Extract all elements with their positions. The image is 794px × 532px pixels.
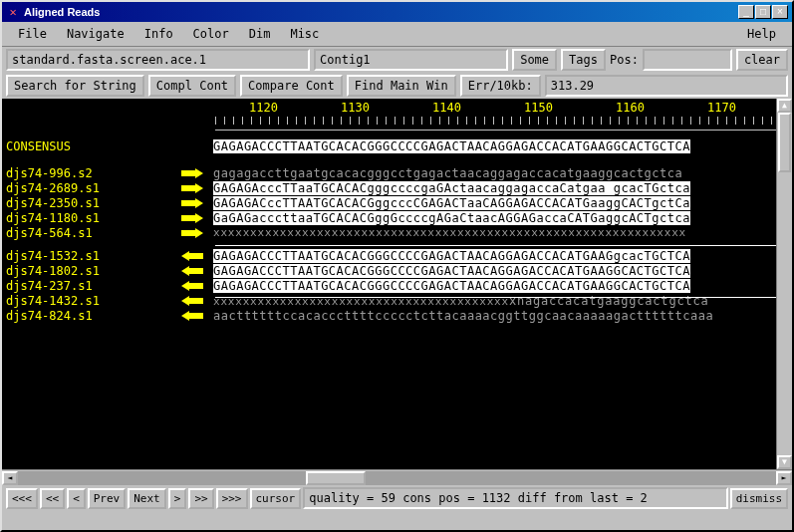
- read-name[interactable]: djs74-824.s1: [2, 309, 181, 323]
- nav-next-button[interactable]: Next: [128, 488, 166, 509]
- svg-marker-0: [181, 168, 203, 178]
- svg-marker-8: [181, 296, 203, 306]
- consensus-seq[interactable]: GAGAGACCCTTAATGCACACGGGCCCCGAGACTAACAGGA…: [213, 139, 690, 153]
- tags-toggle[interactable]: Tags: [561, 49, 606, 71]
- read-name[interactable]: djs74-1802.s1: [2, 264, 181, 278]
- read-name[interactable]: djs74-237.s1: [2, 279, 181, 293]
- window-controls: _ □ ×: [738, 5, 788, 19]
- read-seq[interactable]: GaGAGacccttaaTGCACACGggGccccgAGaCtaacAGG…: [213, 211, 690, 225]
- scroll-track[interactable]: [18, 471, 776, 485]
- status-bar: quality = 59 cons pos = 1132 diff from l…: [303, 487, 727, 509]
- file-path-field[interactable]: standard.fasta.screen.ace.1: [6, 49, 310, 71]
- clear-button[interactable]: clear: [736, 49, 788, 71]
- nav-first-button[interactable]: <<<: [6, 488, 38, 509]
- nav-pageup-button[interactable]: <<: [40, 488, 65, 509]
- ruler-tick: 1160: [616, 101, 645, 115]
- menu-dim[interactable]: Dim: [239, 24, 281, 44]
- read-name[interactable]: djs74-2689.s1: [2, 181, 181, 195]
- nav-pagedown-button[interactable]: >>: [188, 488, 213, 509]
- scroll-right-button[interactable]: ►: [776, 471, 792, 485]
- find-main-win-button[interactable]: Find Main Win: [347, 75, 456, 97]
- menu-info[interactable]: Info: [134, 24, 183, 44]
- scroll-left-button[interactable]: ◄: [2, 471, 18, 485]
- scroll-thumb[interactable]: [306, 471, 366, 485]
- read-seq[interactable]: GAGAGAcccTTaaTGCACACgggccccgaGActaacagga…: [213, 181, 690, 195]
- read-seq[interactable]: GAGAGACccTTAATGCACACGggcccCGAGACTaaCAGGA…: [213, 196, 690, 210]
- menu-navigate[interactable]: Navigate: [57, 24, 134, 44]
- menu-help[interactable]: Help: [737, 24, 786, 44]
- read-name[interactable]: djs74-2350.s1: [2, 196, 181, 210]
- nav-down-button[interactable]: >: [168, 488, 187, 509]
- some-toggle[interactable]: Some: [512, 49, 557, 71]
- read-seq[interactable]: gagagaccttgaatgcacacgggcctgagactaacaggag…: [213, 166, 682, 180]
- pos-label: Pos:: [610, 53, 639, 67]
- ruler-tick: 1150: [524, 101, 553, 115]
- svg-marker-1: [181, 183, 203, 193]
- ruler-tick: 1140: [432, 101, 461, 115]
- contig-field[interactable]: Contig1: [314, 49, 508, 71]
- horizontal-scrollbar[interactable]: ◄ ►: [2, 469, 792, 485]
- window-title: Aligned Reads: [24, 6, 738, 18]
- compare-cont-button[interactable]: Compare Cont: [240, 75, 343, 97]
- read-seq-x[interactable]: xxxxxxxxxxxxxxxxxxxxxxxxxxxxxxxxxxxxxxxx…: [213, 294, 776, 308]
- menu-misc[interactable]: Misc: [280, 24, 329, 44]
- consensus-label: CONSENSUS: [2, 139, 181, 153]
- read-name[interactable]: djs74-1432.s1: [2, 294, 181, 308]
- scroll-up-button[interactable]: ▲: [777, 99, 792, 113]
- direction-arrow-left-icon: [181, 311, 213, 321]
- menubar: File Navigate Info Color Dim Misc Help: [2, 22, 792, 47]
- ruler-tick: 1130: [341, 101, 370, 115]
- read-name[interactable]: djs74-564.s1: [2, 226, 181, 240]
- direction-arrow-right-icon: [181, 198, 213, 208]
- scroll-thumb[interactable]: [778, 113, 791, 172]
- ruler-tick: 1170: [707, 101, 736, 115]
- bottom-toolbar: <<< << < Prev Next > >> >>> cursor quali…: [2, 485, 792, 511]
- alignment-view[interactable]: 1120 1130 1140 1150 1160 1170 CONSENSUS …: [2, 99, 792, 469]
- err-value: 313.29: [545, 75, 788, 97]
- ruler: 1120 1130 1140 1150 1160 1170: [215, 99, 776, 134]
- read-name[interactable]: djs74-1532.s1: [2, 249, 181, 263]
- close-button[interactable]: ×: [772, 5, 788, 19]
- read-seq-x[interactable]: xxxxxxxxxxxxxxxxxxxxxxxxxxxxxxxxxxxxxxxx…: [213, 226, 686, 239]
- search-string-button[interactable]: Search for String: [6, 75, 144, 97]
- titlebar: ✕ Aligned Reads _ □ ×: [2, 2, 792, 22]
- menu-file[interactable]: File: [8, 24, 57, 44]
- svg-marker-6: [181, 266, 203, 276]
- svg-marker-7: [181, 281, 203, 291]
- separator: [215, 245, 776, 246]
- dismiss-button[interactable]: dismiss: [730, 488, 788, 509]
- read-seq[interactable]: GAGAGACCCTTAATGCACACGGGCCCCGAGACTAACAGGA…: [213, 279, 690, 293]
- pos-input[interactable]: [643, 49, 732, 71]
- scroll-down-button[interactable]: ▼: [777, 455, 792, 469]
- read-area: CONSENSUS GAGAGACCCTTAATGCACACGGGCCCCGAG…: [2, 138, 776, 323]
- separator: [215, 297, 776, 298]
- svg-marker-3: [181, 213, 203, 223]
- direction-arrow-left-icon: [181, 281, 213, 291]
- nav-last-button[interactable]: >>>: [216, 488, 248, 509]
- direction-arrow-left-icon: [181, 296, 213, 306]
- direction-arrow-left-icon: [181, 251, 213, 261]
- compl-cont-button[interactable]: Compl Cont: [148, 75, 236, 97]
- svg-marker-9: [181, 311, 203, 321]
- svg-marker-4: [181, 228, 203, 238]
- nav-up-button[interactable]: <: [67, 488, 86, 509]
- svg-marker-2: [181, 198, 203, 208]
- menu-color[interactable]: Color: [183, 24, 239, 44]
- direction-arrow-right-icon: [181, 213, 213, 223]
- nav-prev-button[interactable]: Prev: [88, 488, 127, 509]
- read-name[interactable]: djs74-1180.s1: [2, 211, 181, 225]
- cursor-button[interactable]: cursor: [250, 488, 302, 509]
- app-icon: ✕: [6, 5, 20, 19]
- read-seq[interactable]: aacttttttccacacccttttccccctcttacaaaacggt…: [213, 309, 713, 323]
- svg-marker-5: [181, 251, 203, 261]
- direction-arrow-right-icon: [181, 183, 213, 193]
- minimize-button[interactable]: _: [738, 5, 754, 19]
- read-seq[interactable]: GAGAGACCCTTAATGCACACGGGCCCCGAGACTAACAGGA…: [213, 264, 690, 278]
- err-10kb-button[interactable]: Err/10kb:: [460, 75, 541, 97]
- read-name[interactable]: djs74-996.s2: [2, 166, 181, 180]
- toolbar-row-1: standard.fasta.screen.ace.1 Contig1 Some…: [2, 47, 792, 73]
- vertical-scrollbar[interactable]: ▲ ▼: [776, 99, 792, 469]
- maximize-button[interactable]: □: [755, 5, 771, 19]
- direction-arrow-right-icon: [181, 228, 213, 238]
- read-seq[interactable]: GAGAGACCCTTAATGCACACGGGCCCCGAGACTAACAGGA…: [213, 249, 690, 263]
